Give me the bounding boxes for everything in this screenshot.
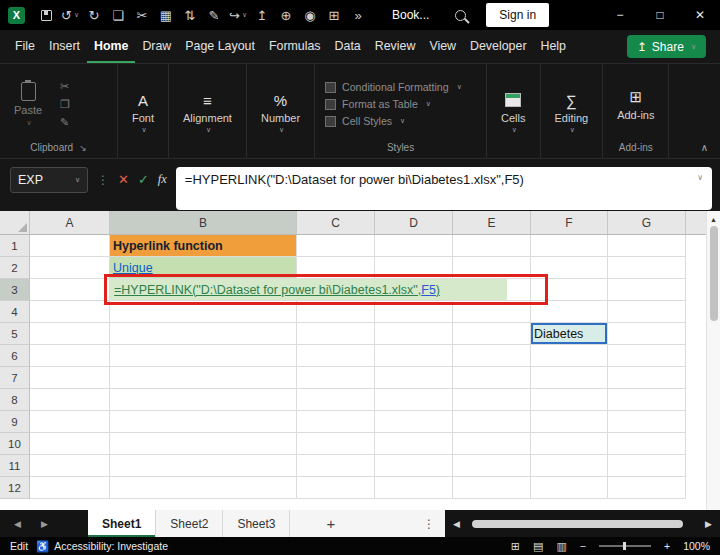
cell-G1[interactable] <box>608 235 686 257</box>
cell-A8[interactable] <box>30 389 110 411</box>
addins-button[interactable]: ⊞ Add-ins <box>607 67 664 141</box>
cell-A3[interactable] <box>30 279 110 301</box>
paste-button[interactable]: Paste ∨ <box>4 67 52 141</box>
cell-D5[interactable] <box>375 323 453 345</box>
zoom-slider-thumb[interactable] <box>623 542 626 550</box>
sheet-tab-sheet2[interactable]: Sheet2 <box>156 510 223 537</box>
cell-G5[interactable] <box>608 323 686 345</box>
scroll-up-icon[interactable]: ▲ <box>710 211 717 226</box>
cell-A11[interactable] <box>30 455 110 477</box>
cell-G7[interactable] <box>608 367 686 389</box>
next-sheet-icon[interactable]: ▶ <box>41 519 48 529</box>
cell-F1[interactable] <box>531 235 608 257</box>
camera-icon[interactable]: ◉ <box>298 3 322 27</box>
cell-E11[interactable] <box>453 455 531 477</box>
cell-G4[interactable] <box>608 301 686 323</box>
cell-D7[interactable] <box>375 367 453 389</box>
cell-E7[interactable] <box>453 367 531 389</box>
formula-input[interactable]: =HYPERLINK("D:\Dataset for power bi\Diab… <box>176 167 712 210</box>
zoom-level[interactable]: 100% <box>683 540 710 552</box>
menu-tab-home[interactable]: Home <box>87 30 135 63</box>
cell-A2[interactable] <box>30 257 110 279</box>
cell-A7[interactable] <box>30 367 110 389</box>
cell-F9[interactable] <box>531 411 608 433</box>
menu-tab-review[interactable]: Review <box>368 30 423 63</box>
cell-E8[interactable] <box>453 389 531 411</box>
row-header-4[interactable]: 4 <box>0 301 30 323</box>
menu-tab-draw[interactable]: Draw <box>135 30 178 63</box>
cell-D1[interactable] <box>375 235 453 257</box>
cell-C9[interactable] <box>297 411 375 433</box>
format-painter-icon[interactable]: ✎ <box>202 3 226 27</box>
menu-tab-developer[interactable]: Developer <box>463 30 533 63</box>
accessibility-status[interactable]: ♿ Accessibility: Investigate <box>36 540 168 553</box>
cell-F8[interactable] <box>531 389 608 411</box>
zoom-slider[interactable] <box>599 545 651 547</box>
cell-F7[interactable] <box>531 367 608 389</box>
conditional-formatting-button[interactable]: Conditional Formatting∨ <box>325 81 476 93</box>
cell-styles-button[interactable]: Cell Styles∨ <box>325 115 476 127</box>
cell-E6[interactable] <box>453 345 531 367</box>
cell-D11[interactable] <box>375 455 453 477</box>
menu-tab-data[interactable]: Data <box>328 30 368 63</box>
cell-F10[interactable] <box>531 433 608 455</box>
row-header-2[interactable]: 2 <box>0 257 30 279</box>
cell-A1[interactable] <box>30 235 110 257</box>
cut-icon[interactable]: ✂ <box>60 80 70 93</box>
cell-C10[interactable] <box>297 433 375 455</box>
cell-D8[interactable] <box>375 389 453 411</box>
menu-tab-file[interactable]: File <box>8 30 42 63</box>
cell-D12[interactable] <box>375 477 453 499</box>
confirm-entry-icon[interactable]: ✓ <box>138 172 149 187</box>
row-header-1[interactable]: 1 <box>0 235 30 257</box>
cell-B12[interactable] <box>110 477 297 499</box>
cell-F6[interactable] <box>531 345 608 367</box>
cell-B5[interactable] <box>110 323 297 345</box>
zoom-in-icon[interactable]: ⊕ <box>274 3 298 27</box>
number-button[interactable]: % Number ∨ <box>251 67 310 157</box>
alignment-button[interactable]: ≡ Alignment ∨ <box>173 67 242 157</box>
new-file-icon[interactable]: ❏ <box>106 3 130 27</box>
format-painter-icon[interactable]: ✎ <box>60 116 70 129</box>
cell-F4[interactable] <box>531 301 608 323</box>
share-up-icon[interactable]: ↥ <box>250 3 274 27</box>
cell-G11[interactable] <box>608 455 686 477</box>
menu-tab-help[interactable]: Help <box>534 30 573 63</box>
picture-icon[interactable]: ▦ <box>154 3 178 27</box>
row-header-9[interactable]: 9 <box>0 411 30 433</box>
cancel-entry-icon[interactable]: ✕ <box>118 172 129 187</box>
name-box[interactable]: EXP ∨ <box>10 167 88 193</box>
cell-G2[interactable] <box>608 257 686 279</box>
cell-E10[interactable] <box>453 433 531 455</box>
cell-B9[interactable] <box>110 411 297 433</box>
table-icon[interactable]: ⊞ <box>322 3 346 27</box>
row-header-10[interactable]: 10 <box>0 433 30 455</box>
column-header-C[interactable]: C <box>297 211 375 234</box>
page-layout-view-icon[interactable]: ▤ <box>533 540 543 553</box>
normal-view-icon[interactable]: ⊞ <box>511 540 520 553</box>
cell-C12[interactable] <box>297 477 375 499</box>
scroll-left-icon[interactable]: ◀ <box>453 519 460 529</box>
column-header-D[interactable]: D <box>375 211 453 234</box>
cell-E1[interactable] <box>453 235 531 257</box>
cut-icon[interactable]: ✂ <box>130 3 154 27</box>
cell-C4[interactable] <box>297 301 375 323</box>
cell-E9[interactable] <box>453 411 531 433</box>
cell-F11[interactable] <box>531 455 608 477</box>
insert-function-icon[interactable]: fx <box>158 172 167 187</box>
row-header-5[interactable]: 5 <box>0 323 30 345</box>
editing-button[interactable]: ∑ Editing ∨ <box>545 67 599 157</box>
row-header-6[interactable]: 6 <box>0 345 30 367</box>
prev-sheet-icon[interactable]: ◀ <box>14 519 21 529</box>
zoom-out-icon[interactable]: − <box>580 540 586 552</box>
zoom-in-icon[interactable]: + <box>664 540 670 552</box>
copy-icon[interactable]: ❐ <box>60 98 70 111</box>
cell-F12[interactable] <box>531 477 608 499</box>
row-header-12[interactable]: 12 <box>0 477 30 499</box>
column-header-A[interactable]: A <box>30 211 110 234</box>
cell-D2[interactable] <box>375 257 453 279</box>
row-header-8[interactable]: 8 <box>0 389 30 411</box>
cell-F2[interactable] <box>531 257 608 279</box>
cell-C11[interactable] <box>297 455 375 477</box>
cell-C2[interactable] <box>297 257 375 279</box>
